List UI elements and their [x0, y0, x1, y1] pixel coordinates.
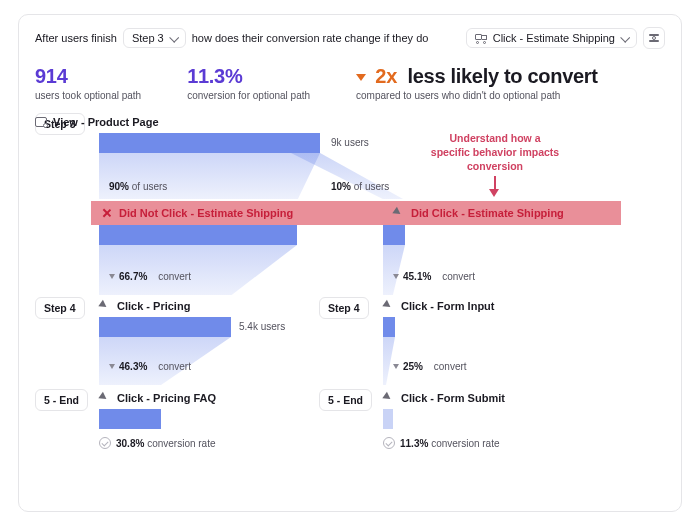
cursor-icon — [383, 301, 395, 311]
down-arrow-icon — [393, 274, 399, 279]
branch-right-label: Did Click - Estimate Shipping — [393, 207, 564, 219]
sliders-icon — [649, 33, 659, 43]
annotation-arrow-icon — [489, 189, 499, 197]
bar-root-users — [99, 133, 320, 153]
event-picker-label: Click - Estimate Shipping — [493, 32, 615, 44]
chevron-down-icon — [621, 32, 628, 44]
left-conv-2: 46.3% convert — [109, 361, 191, 372]
annotation-arrow-stem — [494, 176, 496, 190]
step-chip-4-right[interactable]: Step 4 — [319, 297, 369, 319]
connector-root-left — [99, 153, 320, 199]
left-final-rate: 30.8% conversion rate — [99, 437, 216, 449]
root-users-count: 9k users — [331, 137, 369, 148]
connector-right-a — [383, 245, 405, 295]
left-share: 90% of users — [109, 181, 167, 192]
chevron-down-icon — [170, 32, 177, 44]
right-conv-2: 25% convert — [393, 361, 467, 372]
cursor-icon — [99, 393, 111, 403]
event-left-end-label: Click - Pricing FAQ — [117, 392, 216, 404]
bar-left-a — [99, 225, 297, 245]
kpi-rate: 11.3% conversion for optional path — [187, 65, 310, 101]
kpi-delta-tail: less likely to convert — [408, 65, 598, 87]
kpi-users-value: 914 — [35, 65, 141, 88]
event-left-step4-label: Click - Pricing — [117, 300, 190, 312]
right-share: 10% of users — [331, 181, 389, 192]
check-circle-icon — [99, 437, 111, 449]
funnel-canvas: Step 3 View - Product Page 9k users 90% … — [35, 113, 665, 483]
event-view-product-label: View - Product Page — [53, 116, 159, 128]
event-right-step4: Click - Form Input — [383, 300, 495, 312]
down-arrow-icon — [393, 364, 399, 369]
cursor-icon — [383, 393, 395, 403]
view-icon — [35, 117, 47, 127]
right-final-rate: 11.3% conversion rate — [383, 437, 500, 449]
left-conv-1: 66.7% convert — [109, 271, 191, 282]
branch-left-label: Did Not Click - Estimate Shipping — [101, 207, 293, 219]
settings-button[interactable] — [643, 27, 665, 49]
event-right-step4-label: Click - Form Input — [401, 300, 495, 312]
event-right-end-label: Click - Form Submit — [401, 392, 505, 404]
x-icon — [101, 208, 113, 218]
shipping-icon — [475, 33, 487, 43]
event-left-end: Click - Pricing FAQ — [99, 392, 216, 404]
step-chip-end-right[interactable]: 5 - End — [319, 389, 372, 411]
sentence-after: how does their conversion rate change if… — [192, 32, 429, 44]
step-picker-label: Step 3 — [132, 32, 164, 44]
bar-right-b — [383, 317, 395, 337]
kpi-row: 914 users took optional path 11.3% conve… — [35, 65, 665, 101]
cursor-icon — [393, 208, 405, 218]
step-chip-4-left[interactable]: Step 4 — [35, 297, 85, 319]
bar-left-b — [99, 317, 231, 337]
kpi-delta: 2x less likely to convert compared to us… — [356, 65, 598, 101]
down-arrow-icon — [109, 274, 115, 279]
check-circle-icon — [383, 437, 395, 449]
bar-right-c — [383, 409, 393, 429]
kpi-rate-value: 11.3% — [187, 65, 310, 88]
event-left-step4: Click - Pricing — [99, 300, 190, 312]
cursor-icon — [99, 301, 111, 311]
kpi-users-sub: users took optional path — [35, 90, 141, 101]
query-sentence: After users finish Step 3 how does their… — [35, 27, 665, 49]
event-view-product: View - Product Page — [35, 116, 159, 128]
connector-left-a — [99, 245, 297, 295]
event-picker[interactable]: Click - Estimate Shipping — [466, 28, 637, 48]
down-arrow-icon — [109, 364, 115, 369]
kpi-delta-factor: 2x — [375, 65, 397, 87]
bar-right-a — [383, 225, 405, 245]
kpi-delta-sub: compared to users who didn't do optional… — [356, 90, 598, 101]
left-step4-count: 5.4k users — [239, 321, 285, 332]
event-right-end: Click - Form Submit — [383, 392, 505, 404]
conversion-impact-panel: After users finish Step 3 how does their… — [18, 14, 682, 512]
down-arrow-icon — [356, 74, 366, 81]
kpi-rate-sub: conversion for optional path — [187, 90, 310, 101]
kpi-users: 914 users took optional path — [35, 65, 141, 101]
bar-left-c — [99, 409, 161, 429]
step-picker[interactable]: Step 3 — [123, 28, 186, 48]
annotation-text: Understand how a specific behavior impac… — [430, 131, 560, 174]
step-chip-end-left[interactable]: 5 - End — [35, 389, 88, 411]
right-conv-1: 45.1% convert — [393, 271, 475, 282]
sentence-before: After users finish — [35, 32, 117, 44]
